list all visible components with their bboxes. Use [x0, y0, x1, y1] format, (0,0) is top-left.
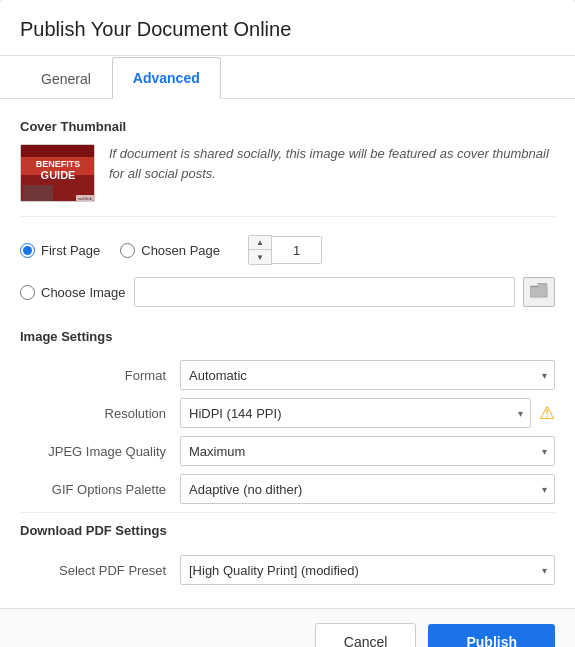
folder-icon: [530, 282, 548, 302]
svg-text:GUIDE: GUIDE: [41, 169, 76, 181]
dialog-title: Publish Your Document Online: [0, 0, 575, 56]
tab-content: Cover Thumbnail BENEFITS GUIDE weblink: [0, 99, 575, 608]
choose-image-radio[interactable]: [20, 285, 35, 300]
resolution-select-wrapper: HiDPI (144 PPI) Standard (72 PPI) High (…: [180, 398, 531, 428]
image-path-input[interactable]: [134, 277, 515, 307]
gif-palette-select[interactable]: Adaptive (no dither) Adaptive (with dith…: [180, 474, 555, 504]
choose-image-option[interactable]: Choose Image: [20, 285, 126, 300]
cover-thumbnail-row: BENEFITS GUIDE weblink If document is sh…: [20, 144, 555, 217]
publish-button[interactable]: Publish: [428, 624, 555, 647]
svg-text:BENEFITS: BENEFITS: [36, 159, 81, 169]
thumbnail-svg: BENEFITS GUIDE weblink: [21, 145, 95, 202]
jpeg-quality-control: Maximum High Medium Low ▾: [180, 436, 555, 466]
jpeg-quality-row: JPEG Image Quality Maximum High Medium L…: [20, 432, 555, 470]
page-spinner: ▲ ▼: [248, 235, 322, 265]
svg-rect-2: [21, 145, 95, 157]
thumbnail-info-text: If document is shared socially, this ima…: [109, 144, 555, 183]
warning-icon: ⚠: [539, 402, 555, 424]
pdf-preset-row: Select PDF Preset [High Quality Print] (…: [20, 550, 555, 590]
jpeg-quality-label: JPEG Image Quality: [20, 444, 180, 459]
jpeg-quality-select-wrapper: Maximum High Medium Low ▾: [180, 436, 555, 466]
pdf-preset-label: Select PDF Preset: [20, 563, 180, 578]
tabs-container: General Advanced: [0, 56, 575, 99]
image-settings-title: Image Settings: [20, 325, 555, 344]
thumbnail-preview: BENEFITS GUIDE weblink: [20, 144, 95, 202]
spinner-arrows: ▲ ▼: [248, 235, 272, 265]
jpeg-quality-select[interactable]: Maximum High Medium Low: [180, 436, 555, 466]
cancel-button[interactable]: Cancel: [315, 623, 417, 647]
pdf-preset-select-wrapper: [High Quality Print] (modified) [Press Q…: [180, 555, 555, 585]
gif-palette-row: GIF Options Palette Adaptive (no dither)…: [20, 470, 555, 508]
pdf-preset-select[interactable]: [High Quality Print] (modified) [Press Q…: [180, 555, 555, 585]
choose-image-label: Choose Image: [41, 285, 126, 300]
resolution-select[interactable]: HiDPI (144 PPI) Standard (72 PPI) High (…: [180, 398, 531, 428]
first-page-option[interactable]: First Page: [20, 243, 100, 258]
page-number-input[interactable]: [272, 236, 322, 264]
page-selection-row: First Page Chosen Page ▲ ▼: [20, 235, 555, 265]
format-select-wrapper: Automatic JPEG PNG GIF ▾: [180, 360, 555, 390]
chosen-page-radio[interactable]: [120, 243, 135, 258]
tab-advanced[interactable]: Advanced: [112, 57, 221, 99]
pdf-section-title: Download PDF Settings: [20, 512, 555, 538]
resolution-control: HiDPI (144 PPI) Standard (72 PPI) High (…: [180, 398, 555, 428]
thumbnail-image: BENEFITS GUIDE weblink: [21, 145, 94, 201]
chosen-page-label: Chosen Page: [141, 243, 220, 258]
cover-thumbnail-label: Cover Thumbnail: [20, 119, 555, 134]
format-select[interactable]: Automatic JPEG PNG GIF: [180, 360, 555, 390]
gif-palette-control: Adaptive (no dither) Adaptive (with dith…: [180, 474, 555, 504]
first-page-label: First Page: [41, 243, 100, 258]
svg-rect-5: [23, 185, 53, 201]
chosen-page-option[interactable]: Chosen Page: [120, 243, 220, 258]
browse-button[interactable]: [523, 277, 555, 307]
format-label: Format: [20, 368, 180, 383]
format-control: Automatic JPEG PNG GIF ▾: [180, 360, 555, 390]
svg-text:weblink: weblink: [78, 196, 91, 201]
up-arrow-icon: ▲: [256, 238, 264, 247]
down-arrow-icon: ▼: [256, 253, 264, 262]
resolution-label: Resolution: [20, 406, 180, 421]
tab-general[interactable]: General: [20, 57, 112, 99]
choose-image-row: Choose Image: [20, 277, 555, 307]
first-page-radio[interactable]: [20, 243, 35, 258]
spinner-up-button[interactable]: ▲: [249, 236, 271, 250]
gif-palette-label: GIF Options Palette: [20, 482, 180, 497]
dialog-footer: Cancel Publish: [0, 608, 575, 647]
format-row: Format Automatic JPEG PNG GIF ▾: [20, 356, 555, 394]
resolution-row: Resolution HiDPI (144 PPI) Standard (72 …: [20, 394, 555, 432]
spinner-down-button[interactable]: ▼: [249, 250, 271, 264]
publish-dialog: Publish Your Document Online General Adv…: [0, 0, 575, 647]
gif-palette-select-wrapper: Adaptive (no dither) Adaptive (with dith…: [180, 474, 555, 504]
